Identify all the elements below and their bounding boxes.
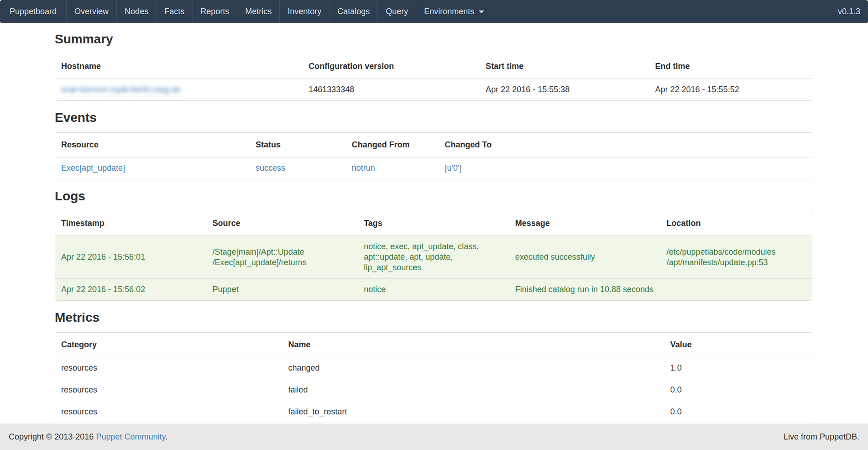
logs-header-row: Timestamp Source Tags Message Location	[55, 211, 812, 235]
metrics-heading: Metrics	[55, 310, 812, 325]
nav-item-inventory[interactable]: Inventory	[280, 0, 329, 23]
log-source: Puppet	[207, 278, 358, 300]
nav-item-nodes[interactable]: Nodes	[117, 0, 157, 23]
main-content: Summary Hostname Configuration version S…	[55, 31, 812, 434]
summary-col-end-time: End time	[649, 54, 812, 78]
metric-row: resources failed_to_restart 0.0	[55, 401, 812, 423]
events-col-status: Status	[250, 133, 346, 157]
summary-table: Hostname Configuration version Start tim…	[55, 54, 812, 101]
navbar: Puppetboard Overview Nodes Facts Reports…	[0, 0, 868, 23]
log-location	[660, 278, 812, 300]
metric-name: failed_to_restart	[282, 401, 664, 423]
nav-item-metrics[interactable]: Metrics	[237, 0, 280, 23]
nav-item-reports[interactable]: Reports	[193, 0, 237, 23]
page-footer: Copyright © 2013-2016 Puppet Community. …	[0, 424, 868, 450]
nav-item-facts[interactable]: Facts	[157, 0, 193, 23]
footer-source: Live from PuppetDB.	[784, 432, 859, 442]
metric-value: 0.0	[664, 379, 812, 401]
logs-col-message: Message	[509, 211, 661, 235]
metrics-col-name: Name	[282, 333, 664, 357]
log-message: executed successfully	[509, 235, 661, 278]
summary-col-hostname: Hostname	[55, 54, 303, 78]
log-row: Apr 22 2016 - 15:56:01 /Stage[main]/Apt:…	[55, 235, 812, 278]
metrics-table: Category Name Value resources changed 1.…	[55, 332, 812, 434]
metric-name: failed	[282, 379, 664, 401]
event-status-link[interactable]: success	[256, 163, 285, 173]
events-header-row: Resource Status Changed From Changed To	[55, 133, 812, 157]
metrics-header-row: Category Name Value	[55, 333, 812, 357]
metric-row: resources changed 1.0	[55, 357, 812, 379]
events-heading: Events	[55, 110, 812, 125]
start-time-value: Apr 22 2016 - 15:55:38	[480, 78, 649, 100]
events-col-changed-to: Changed To	[439, 133, 812, 157]
events-col-resource: Resource	[55, 133, 250, 157]
log-tags: notice	[358, 278, 509, 300]
log-location: /etc/puppetlabs/code/modules /apt/manife…	[660, 235, 812, 278]
logs-col-source: Source	[207, 211, 358, 235]
logs-col-location: Location	[660, 211, 812, 235]
summary-col-config-version: Configuration version	[303, 54, 480, 78]
copyright-text: Copyright © 2013-2016	[9, 432, 96, 441]
summary-col-start-time: Start time	[480, 54, 649, 78]
puppet-community-link[interactable]: Puppet Community	[96, 432, 165, 441]
navbar-spacer	[492, 0, 830, 23]
events-table: Resource Status Changed From Changed To …	[55, 132, 812, 179]
metric-value: 1.0	[664, 357, 812, 379]
event-changed-to-link[interactable]: [u'0']	[445, 163, 462, 173]
summary-header-row: Hostname Configuration version Start tim…	[55, 54, 812, 78]
metric-category: resources	[55, 401, 282, 423]
metric-category: resources	[55, 379, 282, 401]
nav-item-catalogs[interactable]: Catalogs	[329, 0, 378, 23]
log-tags: notice, exec, apt_update, class, apt::up…	[358, 235, 509, 278]
summary-heading: Summary	[55, 31, 812, 47]
event-row: Exec[apt_update] success notrun [u'0']	[55, 157, 812, 179]
event-resource-link[interactable]: Exec[apt_update]	[61, 163, 125, 173]
metrics-col-category: Category	[55, 333, 282, 357]
end-time-value: Apr 22 2016 - 15:55:52	[649, 78, 812, 100]
config-version-value: 1461333348	[303, 78, 480, 100]
log-timestamp: Apr 22 2016 - 15:56:01	[55, 235, 207, 278]
environments-label: Environments	[424, 7, 474, 16]
log-source: /Stage[main]/Apt::Update /Exec[apt_updat…	[207, 235, 358, 278]
event-changed-from-link[interactable]: notrun	[352, 163, 375, 173]
metric-row: resources failed 0.0	[55, 379, 812, 401]
summary-row: snat-tservvm.mpib-berlin.mpg.de 14613333…	[55, 78, 812, 100]
logs-table: Timestamp Source Tags Message Location A…	[55, 211, 812, 301]
logs-col-tags: Tags	[358, 211, 509, 235]
nav-item-overview[interactable]: Overview	[67, 0, 117, 23]
log-timestamp: Apr 22 2016 - 15:56:02	[55, 278, 207, 300]
hostname-link[interactable]: snat-tservvm.mpib-berlin.mpg.de	[61, 85, 181, 94]
log-row: Apr 22 2016 - 15:56:02 Puppet notice Fin…	[55, 278, 812, 300]
nav-item-query[interactable]: Query	[378, 0, 416, 23]
navbar-version: v0.1.3	[830, 0, 868, 23]
copyright-period: .	[165, 432, 167, 441]
metric-value: 0.0	[664, 401, 812, 423]
chevron-down-icon	[479, 10, 484, 13]
events-col-changed-from: Changed From	[346, 133, 439, 157]
nav-dropdown-environments[interactable]: Environments	[416, 0, 492, 23]
metric-name: changed	[282, 357, 664, 379]
log-message: Finished catalog run in 10.88 seconds	[509, 278, 661, 300]
metric-category: resources	[55, 357, 282, 379]
logs-col-timestamp: Timestamp	[55, 211, 207, 235]
footer-copyright: Copyright © 2013-2016 Puppet Community.	[9, 432, 167, 442]
logs-heading: Logs	[55, 188, 812, 204]
metrics-col-value: Value	[664, 333, 812, 357]
navbar-brand[interactable]: Puppetboard	[0, 0, 67, 23]
